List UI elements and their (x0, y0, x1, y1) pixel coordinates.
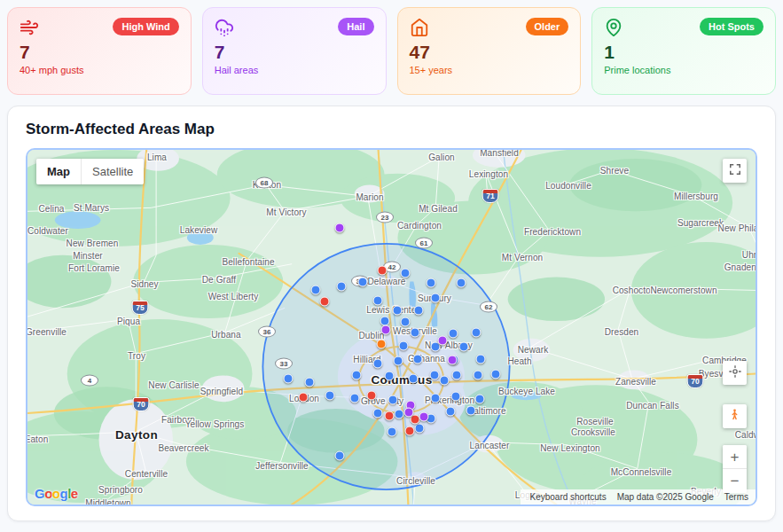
map-marker-purple[interactable] (335, 223, 345, 233)
map-marker-red[interactable] (367, 391, 377, 401)
stat-card-high-wind: High Wind 7 40+ mph gusts (7, 7, 192, 95)
map-marker-blue[interactable] (388, 427, 397, 437)
status-badge: Older (526, 18, 569, 35)
map-marker-blue[interactable] (352, 371, 362, 380)
stat-card-hot-spots: Hot Spots 1 Prime locations (591, 7, 776, 95)
map-marker-blue[interactable] (459, 342, 469, 352)
map-type-map-button[interactable]: Map (36, 159, 81, 184)
city-label: Beavercreek (158, 443, 208, 453)
map-marker-blue[interactable] (373, 359, 383, 369)
map-marker-blue[interactable] (350, 394, 360, 403)
city-label: Centerville (125, 469, 168, 479)
map-marker-blue[interactable] (415, 424, 425, 434)
city-label: Piqua (117, 317, 140, 326)
map-marker-purple[interactable] (438, 336, 448, 346)
google-logo-letter: G (35, 486, 44, 501)
street-view-pegman-button[interactable] (723, 404, 747, 428)
city-label: Caldwell (735, 430, 757, 440)
map-marker-blue[interactable] (431, 394, 441, 403)
map-marker-blue[interactable] (305, 378, 315, 387)
city-label: Celina (39, 204, 65, 214)
map-marker-blue[interactable] (466, 406, 476, 416)
map-marker-purple[interactable] (448, 356, 458, 365)
map-marker-blue[interactable] (440, 376, 450, 386)
map-marker-purple[interactable] (404, 408, 414, 418)
stat-value: 47 (410, 42, 569, 62)
stat-label: Hail areas (215, 65, 374, 75)
map-marker-blue[interactable] (414, 306, 424, 316)
map-marker-blue[interactable] (394, 356, 403, 366)
city-label: De Graff (202, 275, 236, 285)
city-label: Coldwater (27, 226, 68, 236)
city-label: Circleville (396, 476, 435, 486)
map-marker-blue[interactable] (474, 371, 483, 380)
map-marker-blue[interactable] (388, 395, 398, 405)
map-marker-blue[interactable] (335, 451, 345, 461)
city-label: New Philadelphia (718, 223, 757, 233)
map-marker-blue[interactable] (401, 317, 411, 327)
map-marker-blue[interactable] (475, 395, 485, 404)
status-badge: High Wind (113, 18, 178, 35)
map-marker-purple[interactable] (381, 325, 391, 335)
map-marker-blue[interactable] (451, 392, 461, 402)
city-label: Mt Gilead (419, 204, 458, 214)
map-marker-blue[interactable] (491, 370, 501, 379)
map-marker-blue[interactable] (409, 374, 419, 384)
city-label: Fredericktown (524, 227, 581, 237)
map-marker-blue[interactable] (452, 371, 462, 380)
map-pin-icon (604, 18, 623, 37)
map-marker-red[interactable] (385, 411, 395, 421)
map-marker-blue[interactable] (358, 278, 368, 287)
map-marker-blue[interactable] (325, 391, 335, 401)
map-marker-blue[interactable] (401, 269, 411, 278)
route-shield: 70 (687, 374, 704, 388)
map-marker-red[interactable] (378, 266, 388, 276)
map-marker-red[interactable] (320, 297, 330, 307)
map-marker-blue[interactable] (373, 296, 383, 306)
stat-label: 15+ years (410, 65, 569, 75)
keyboard-shortcuts-link[interactable]: Keyboard shortcuts (529, 492, 606, 502)
map-marker-blue[interactable] (399, 341, 409, 351)
map-marker-blue[interactable] (413, 355, 423, 364)
city-label: Eaton (26, 434, 48, 444)
city-label: Springfield (200, 387, 243, 396)
pan-control-button[interactable] (723, 361, 747, 385)
map-marker-blue[interactable] (457, 278, 466, 288)
city-label: Mt Vernon (502, 253, 543, 262)
map-marker-orange[interactable] (377, 340, 387, 349)
map-marker-blue[interactable] (393, 306, 403, 316)
stat-card-header: Hot Spots (604, 18, 763, 37)
fullscreen-button[interactable] (723, 159, 747, 183)
map-marker-blue[interactable] (472, 328, 482, 338)
map-marker-blue[interactable] (337, 282, 347, 292)
map-marker-blue[interactable] (284, 374, 294, 384)
map-marker-blue[interactable] (476, 355, 486, 364)
city-label: Jeffersonville (255, 461, 309, 471)
fullscreen-icon (729, 163, 741, 179)
map-marker-blue[interactable] (427, 278, 436, 288)
map-marker-blue[interactable] (385, 372, 395, 381)
map-marker-blue[interactable] (430, 371, 440, 380)
google-map[interactable]: LimaKentonMarionGalionMansfieldLexington… (26, 148, 757, 506)
zoom-control: + − (723, 445, 747, 493)
map-marker-blue[interactable] (446, 407, 456, 417)
map-marker-blue[interactable] (431, 293, 441, 303)
map-marker-blue[interactable] (373, 409, 383, 419)
city-label: Lexington (469, 169, 508, 179)
map-marker-blue[interactable] (311, 286, 321, 295)
city-label: Uhrichsville (742, 250, 757, 260)
map-type-control: Map Satellite (36, 159, 144, 184)
map-marker-red[interactable] (405, 426, 415, 436)
map-marker-red[interactable] (299, 393, 309, 403)
stat-value: 1 (604, 42, 763, 62)
map-marker-blue[interactable] (449, 329, 458, 339)
map-marker-purple[interactable] (419, 412, 429, 422)
map-marker-blue[interactable] (411, 328, 420, 338)
pegman-icon (728, 408, 741, 425)
zoom-in-button[interactable]: + (723, 445, 747, 469)
city-label: Greenville (26, 327, 67, 337)
google-logo[interactable]: Google (35, 486, 78, 501)
map-marker-blue[interactable] (395, 410, 404, 419)
map-type-satellite-button[interactable]: Satellite (81, 159, 144, 184)
terms-link[interactable]: Terms (724, 492, 748, 502)
